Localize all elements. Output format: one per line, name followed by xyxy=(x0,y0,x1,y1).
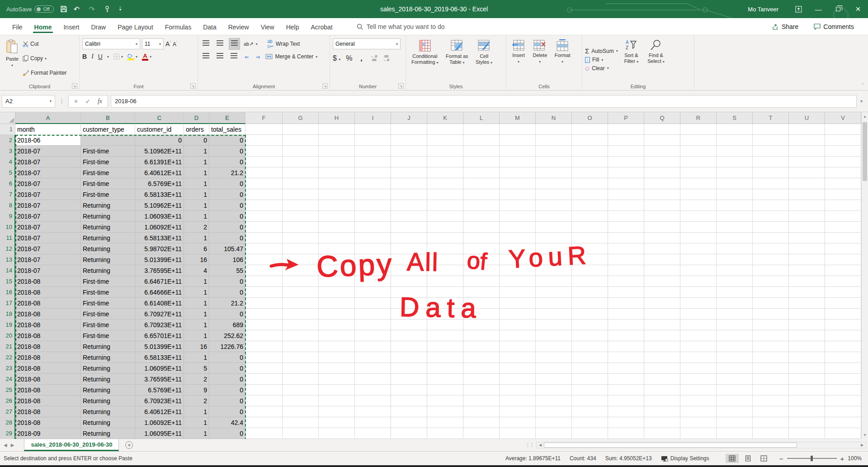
vertical-scrollbar[interactable]: ▲ ▼ xyxy=(861,112,868,439)
cell-D12[interactable]: 6 xyxy=(184,243,209,254)
cell-U18[interactable] xyxy=(789,309,825,319)
cell-B14[interactable]: Returning xyxy=(81,265,135,276)
font-color-button[interactable]: A ▾ xyxy=(142,52,151,61)
cell-K12[interactable] xyxy=(427,243,463,254)
cell-T27[interactable] xyxy=(753,406,789,417)
row-header-6[interactable]: 6 xyxy=(0,178,15,189)
cell-Q4[interactable] xyxy=(644,157,680,167)
cell-J25[interactable] xyxy=(391,385,427,396)
cell-S4[interactable] xyxy=(717,157,753,167)
cell-P2[interactable] xyxy=(608,135,644,146)
cell-H9[interactable] xyxy=(319,211,355,222)
cell-E2[interactable]: 0 xyxy=(209,135,245,146)
zoom-in-button[interactable]: + xyxy=(840,455,844,462)
cell-P6[interactable] xyxy=(608,178,644,189)
cell-H28[interactable] xyxy=(319,417,355,428)
cell-K21[interactable] xyxy=(427,341,463,352)
cell-C23[interactable]: 1.06095E+11 xyxy=(135,363,184,374)
cell-L12[interactable] xyxy=(463,243,500,254)
cell-D26[interactable]: 2 xyxy=(184,396,209,406)
cell-J7[interactable] xyxy=(391,189,427,200)
cell-Q10[interactable] xyxy=(644,222,680,233)
zoom-level[interactable]: 100% xyxy=(848,455,862,462)
cell-M12[interactable] xyxy=(500,243,536,254)
cell-O6[interactable] xyxy=(572,178,608,189)
cell-C12[interactable]: 5.98702E+11 xyxy=(135,243,184,254)
cell-A23[interactable]: 2018-08 xyxy=(15,363,81,374)
cell-S25[interactable] xyxy=(717,385,753,396)
cell-P4[interactable] xyxy=(608,157,644,167)
cell-B2[interactable] xyxy=(81,135,135,146)
vertical-scroll-thumb[interactable] xyxy=(863,122,867,181)
cell-M23[interactable] xyxy=(500,363,536,374)
cell-I7[interactable] xyxy=(355,189,391,200)
collapse-ribbon-button[interactable]: ˆ xyxy=(862,83,863,88)
row-header-13[interactable]: 13 xyxy=(0,254,15,265)
cell-R20[interactable] xyxy=(680,330,717,341)
cell-F13[interactable] xyxy=(245,254,283,265)
cell-U5[interactable] xyxy=(789,167,825,178)
tab-file[interactable]: File xyxy=(6,19,28,34)
cell-J24[interactable] xyxy=(391,374,427,385)
cell-R18[interactable] xyxy=(680,309,717,319)
cell-M2[interactable] xyxy=(500,135,536,146)
zoom-slider[interactable] xyxy=(787,458,837,459)
cell-A20[interactable]: 2018-08 xyxy=(15,330,81,341)
cell-V9[interactable] xyxy=(825,211,861,222)
tab-insert[interactable]: Insert xyxy=(57,19,85,34)
cell-R23[interactable] xyxy=(680,363,717,374)
cell-L8[interactable] xyxy=(463,200,500,211)
increase-font-button[interactable]: Aˆ xyxy=(165,40,171,48)
cell-O3[interactable] xyxy=(572,146,608,157)
cell-V27[interactable] xyxy=(825,406,861,417)
cell-M25[interactable] xyxy=(500,385,536,396)
cut-button[interactable]: Cut xyxy=(23,38,66,49)
cell-Q5[interactable] xyxy=(644,167,680,178)
cell-C7[interactable]: 6.58133E+11 xyxy=(135,189,184,200)
cell-U26[interactable] xyxy=(789,396,825,406)
cell-K8[interactable] xyxy=(427,200,463,211)
cell-I13[interactable] xyxy=(355,254,391,265)
cell-E29[interactable]: 0 xyxy=(209,428,245,439)
cell-M19[interactable] xyxy=(500,319,536,330)
cell-E21[interactable]: 1226.76 xyxy=(209,341,245,352)
cell-J3[interactable] xyxy=(391,146,427,157)
cell-C14[interactable]: 3.76595E+11 xyxy=(135,265,184,276)
cell-G11[interactable] xyxy=(283,233,319,243)
cell-I1[interactable] xyxy=(355,124,391,135)
cell-Q21[interactable] xyxy=(644,341,680,352)
cell-styles-button[interactable]: CellStyles ▾ xyxy=(473,38,495,79)
cell-R25[interactable] xyxy=(680,385,717,396)
cell-U20[interactable] xyxy=(789,330,825,341)
cell-P17[interactable] xyxy=(608,298,644,309)
cell-L3[interactable] xyxy=(463,146,500,157)
cell-L25[interactable] xyxy=(463,385,500,396)
cell-O20[interactable] xyxy=(572,330,608,341)
cell-C1[interactable]: customer_id xyxy=(135,124,184,135)
cell-N1[interactable] xyxy=(536,124,572,135)
cell-A27[interactable]: 2018-08 xyxy=(15,406,81,417)
cell-H29[interactable] xyxy=(319,428,355,439)
cell-Q7[interactable] xyxy=(644,189,680,200)
cell-O2[interactable] xyxy=(572,135,608,146)
cell-A8[interactable]: 2018-07 xyxy=(15,200,81,211)
column-header-Q[interactable]: Q xyxy=(644,112,680,124)
cell-J6[interactable] xyxy=(391,178,427,189)
cell-L14[interactable] xyxy=(463,265,500,276)
row-header-26[interactable]: 26 xyxy=(0,396,15,406)
cell-T26[interactable] xyxy=(753,396,789,406)
row-header-1[interactable]: 1 xyxy=(0,124,15,135)
tab-help[interactable]: Help xyxy=(280,19,305,34)
cell-E19[interactable]: 689 xyxy=(209,319,245,330)
cell-E16[interactable]: 0 xyxy=(209,287,245,298)
cell-B24[interactable]: Returning xyxy=(81,374,135,385)
cell-R12[interactable] xyxy=(680,243,717,254)
cell-T1[interactable] xyxy=(753,124,789,135)
cell-U7[interactable] xyxy=(789,189,825,200)
cell-S9[interactable] xyxy=(717,211,753,222)
row-header-2[interactable]: 2 xyxy=(0,135,15,146)
cell-J16[interactable] xyxy=(391,287,427,298)
cell-B20[interactable]: First-time xyxy=(81,330,135,341)
column-header-S[interactable]: S xyxy=(717,112,753,124)
cell-V29[interactable] xyxy=(825,428,861,439)
